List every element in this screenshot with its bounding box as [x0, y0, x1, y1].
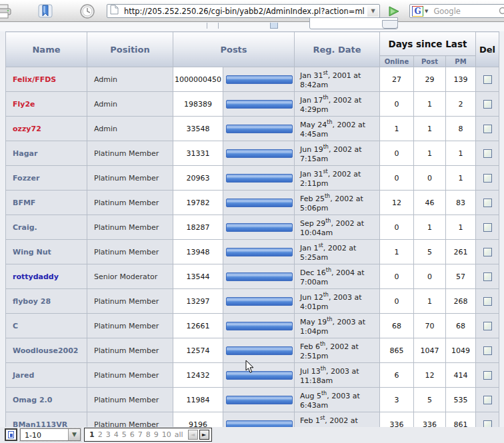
- days-online: 865: [380, 338, 414, 363]
- member-position: Senior Moderator: [87, 264, 173, 289]
- member-reg-date: May 19th, 2003 at1:04pm: [295, 314, 380, 338]
- member-row: Felix/FFDS Admin 1000000450 Jan 31st, 20…: [6, 67, 499, 92]
- header-reg-date[interactable]: Reg. Date: [295, 32, 380, 67]
- page-link-10[interactable]: 10: [162, 430, 171, 439]
- search-bar[interactable]: G ▼ Google: [409, 4, 504, 18]
- posts-bar: [226, 223, 293, 232]
- member-post-count: 11984: [173, 388, 223, 412]
- member-position: Platinum Member: [87, 240, 173, 264]
- magnifier-icon: [499, 6, 504, 19]
- posts-bar: [226, 149, 293, 158]
- header-post[interactable]: Post: [414, 56, 446, 67]
- page-link-7[interactable]: 7: [138, 430, 143, 439]
- member-row: Wing Nut Platinum Member 13948 Jan 1st, …: [6, 240, 499, 264]
- range-select[interactable]: 1-10 ▼: [20, 428, 81, 441]
- days-pm: 1: [446, 166, 476, 191]
- delete-checkbox[interactable]: [483, 396, 492, 404]
- prev-page-button[interactable]: ◄: [188, 430, 198, 440]
- page-link-all[interactable]: all: [175, 430, 183, 439]
- page-link-8[interactable]: 8: [146, 430, 151, 439]
- next-page-button[interactable]: ►: [199, 430, 209, 440]
- delete-checkbox[interactable]: [483, 100, 492, 109]
- member-name[interactable]: ozzy72: [13, 125, 41, 133]
- member-name[interactable]: Craig.: [13, 223, 37, 232]
- page-links: 12345678910all: [89, 430, 187, 439]
- page-link-4[interactable]: 4: [114, 430, 119, 439]
- print-icon[interactable]: [0, 4, 11, 21]
- delete-checkbox[interactable]: [483, 272, 492, 281]
- member-reg-date: Feb 6th, 2002 at2:51pm: [295, 338, 380, 363]
- bookmarks-icon[interactable]: [37, 3, 53, 21]
- days-pm: 414: [446, 363, 476, 388]
- member-position: Platinum Member: [87, 314, 173, 338]
- search-placeholder: Google: [433, 7, 461, 16]
- delete-checkbox[interactable]: [483, 322, 492, 330]
- days-post: 5: [414, 388, 446, 412]
- delete-checkbox[interactable]: [483, 248, 492, 256]
- page-link-2[interactable]: 2: [98, 430, 103, 439]
- member-name[interactable]: Woodlouse2002: [13, 346, 79, 355]
- cutoff-field-fragment: [270, 23, 278, 29]
- member-name[interactable]: BFMF: [13, 199, 35, 207]
- page-link-5[interactable]: 5: [122, 430, 127, 439]
- member-name[interactable]: Omag 2.0: [13, 396, 52, 404]
- days-post: 5: [414, 240, 446, 264]
- go-button[interactable]: [385, 4, 403, 18]
- days-post: 1: [414, 141, 446, 166]
- delete-checkbox[interactable]: [483, 75, 492, 84]
- member-name[interactable]: Felix/FFDS: [13, 75, 56, 84]
- goto-page-button[interactable]: [5, 428, 17, 441]
- page-link-9[interactable]: 9: [154, 430, 159, 439]
- search-engine-dropdown-icon[interactable]: ▼: [425, 9, 428, 14]
- delete-checkbox[interactable]: [483, 149, 492, 158]
- delete-checkbox[interactable]: [483, 371, 492, 380]
- delete-checkbox[interactable]: [483, 125, 492, 133]
- days-online: 0: [380, 264, 414, 289]
- delete-checkbox[interactable]: [483, 297, 492, 306]
- range-select-arrow-icon[interactable]: ▼: [68, 429, 80, 440]
- days-pm: 1: [446, 141, 476, 166]
- page-link-6[interactable]: 6: [130, 430, 135, 439]
- member-name[interactable]: Fozzer: [13, 174, 39, 183]
- pagination-footer: 1-10 ▼ 12345678910all ◄ ►: [0, 427, 504, 443]
- member-post-count: 1000000450: [173, 67, 223, 92]
- days-online: 1: [380, 117, 414, 141]
- delete-checkbox[interactable]: [483, 199, 492, 207]
- days-pm: 2: [446, 92, 476, 117]
- delete-checkbox[interactable]: [483, 223, 492, 232]
- url-bar[interactable]: http://205.252.250.26/cgi-bin/yabb2/Admi…: [107, 4, 380, 18]
- posts-bar: [226, 125, 293, 133]
- header-posts[interactable]: Posts: [173, 32, 295, 67]
- member-name[interactable]: Jared: [13, 371, 34, 380]
- delete-checkbox[interactable]: [483, 346, 492, 355]
- member-name[interactable]: flyboy 28: [13, 297, 51, 306]
- member-position: Platinum Member: [87, 388, 173, 412]
- page-link-3[interactable]: 3: [106, 430, 111, 439]
- header-name[interactable]: Name: [6, 32, 87, 67]
- member-reg-date: Jan 31st, 2002 at2:11pm: [295, 166, 380, 191]
- url-history-dropdown-icon[interactable]: ▼: [367, 5, 379, 17]
- header-online[interactable]: Online: [380, 56, 414, 67]
- member-name[interactable]: rottydaddy: [13, 272, 59, 281]
- days-online: 0: [380, 289, 414, 314]
- posts-bar: [226, 396, 293, 404]
- header-position[interactable]: Position: [87, 32, 173, 67]
- page-link-1[interactable]: 1: [89, 430, 95, 439]
- member-row: Hagar Platinum Member 31331 Jun 19th, 20…: [6, 141, 499, 166]
- delete-checkbox[interactable]: [483, 174, 492, 183]
- header-pm[interactable]: PM: [446, 56, 476, 67]
- member-name[interactable]: Fly2e: [13, 100, 35, 109]
- posts-bar: [226, 297, 293, 306]
- url-text[interactable]: http://205.252.250.26/cgi-bin/yabb2/Admi…: [124, 7, 365, 16]
- cutoff-dropdown-fragment: [382, 20, 398, 29]
- member-row: Fozzer Platinum Member 20963 Jan 31st, 2…: [6, 166, 499, 191]
- header-days-since-last: Days since Last: [380, 32, 476, 56]
- posts-bar: [226, 248, 293, 256]
- member-name[interactable]: Wing Nut: [13, 248, 51, 256]
- days-post: 1047: [414, 338, 446, 363]
- history-clock-icon[interactable]: [79, 3, 96, 22]
- days-post: 29: [414, 67, 446, 92]
- member-name[interactable]: C: [13, 322, 18, 330]
- member-name[interactable]: Hagar: [13, 149, 37, 158]
- google-logo-icon[interactable]: G: [412, 6, 423, 17]
